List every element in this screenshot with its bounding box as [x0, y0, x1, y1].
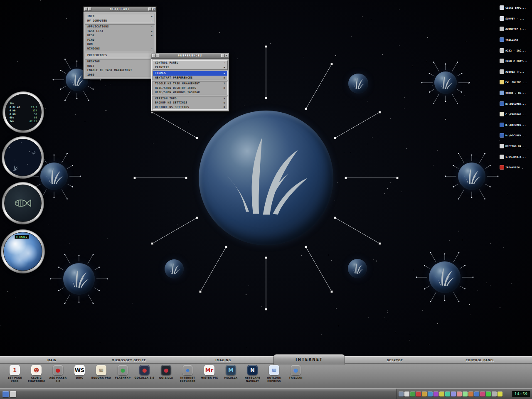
menu-item[interactable]: RESTORE NS SETTINGS R [153, 105, 227, 110]
dock-icon[interactable]: 1 1ST PAGE 2000 [4, 365, 25, 382]
dock-icon[interactable]: M MOZILLA [220, 365, 241, 382]
desktop-icon[interactable]: C:\PROGRAM... [500, 109, 532, 120]
tray-icon[interactable] [433, 392, 438, 397]
tray-icon[interactable] [2, 391, 9, 397]
dock-tab-control-panel[interactable]: CONTROL PANEL [466, 359, 494, 362]
desktop-icon[interactable]: #232 - IRC... [500, 45, 532, 56]
tray-icon[interactable] [445, 392, 450, 397]
menu-item[interactable]: NEXTSTART PREFERENCES N [153, 76, 227, 80]
menu-item[interactable]: THEMES → [153, 71, 227, 76]
desktop-icon[interactable]: INBOX - OU... [500, 88, 532, 99]
desktop-icon[interactable]: #WINSTEP (... [500, 24, 532, 34]
dock-icon[interactable]: ● GO!ZILLA 3.9 [134, 365, 155, 382]
menu-item[interactable]: RUN [85, 42, 155, 47]
menu-item[interactable]: FIND [85, 38, 155, 42]
tray-icon[interactable] [457, 392, 462, 397]
dock-icon-label: FLASHFXP [113, 376, 133, 379]
menu-item[interactable]: PRINTERS → [153, 65, 227, 70]
menu-item[interactable]: 1969 [85, 73, 155, 77]
close-button[interactable]: × [225, 54, 228, 57]
dock-icon[interactable]: N NETSCAPE NAVIGAT [242, 365, 263, 382]
tray-icon[interactable] [404, 392, 409, 397]
menu-item[interactable]: WINDOWS → [85, 47, 155, 51]
dock-tab-internet[interactable]: INTERNET [273, 354, 345, 365]
menu-item-label: HIDE/SHOW WINDOWS TASKBAR [155, 90, 200, 95]
dock-icon[interactable]: ✉ EUDORA PRO [91, 365, 112, 382]
desktop-icon[interactable]: D:\DOCUMEN... [500, 120, 532, 131]
menu-help-button[interactable] [88, 7, 91, 11]
dock-icon[interactable]: WS DIRC [69, 365, 90, 382]
grass-orb [458, 163, 485, 190]
menu-item-preferences[interactable]: PREFERENCES → [85, 53, 155, 58]
preferences-menu-body: CONTROL PANEL → PRINTERS → THEMES → [151, 59, 229, 111]
desktop-icon[interactable]: TRILLIAN [500, 34, 532, 45]
tray-icon[interactable] [468, 392, 473, 397]
menu-item[interactable]: APPLICATIONS → [85, 25, 155, 29]
desktop-icon-glyph [500, 80, 504, 84]
menu-item[interactable]: BACKUP NS SETTINGS D [153, 101, 227, 105]
tray-icon[interactable] [10, 391, 16, 397]
menu-item[interactable]: HIDE/SHOW WINDOWS TASKBAR [153, 90, 227, 95]
dock-icon[interactable]: ☻ CLUB 2 CHATROOM [26, 365, 47, 382]
menu-item[interactable]: ENABLE NS TASK MANAGEMENT [85, 68, 155, 73]
tray-icon[interactable] [399, 392, 404, 397]
dock-icon[interactable]: Mr MISTER PIX [199, 365, 220, 382]
rollup-button[interactable] [221, 54, 224, 57]
dock-tab-desktop[interactable]: DESKTOP [387, 359, 403, 362]
desktop-icon[interactable]: IRFANVIEW [500, 162, 532, 173]
dock-icon[interactable]: ✉ OUTLOOK EXPRESS [264, 365, 285, 382]
tray-icon[interactable] [451, 392, 456, 397]
email-globe-widget[interactable]: 0 EMAIL [1, 229, 45, 273]
nextstart-titlebar[interactable]: NEXTSTART × [84, 7, 156, 12]
desktop-icon[interactable]: D:\DOCUMEN... [500, 98, 532, 109]
tray-icon[interactable] [422, 392, 427, 397]
close-button[interactable]: × [152, 7, 155, 11]
dock-icon[interactable]: ● FLASHFXP [112, 365, 133, 382]
dock-tab-microsoft-office[interactable]: MICROSOFT OFFICE [112, 359, 146, 362]
desktop-icon[interactable]: D:\DOCUMEN... [500, 130, 532, 141]
desktop-icon[interactable]: SURVEY - ... [500, 13, 532, 24]
dock-tab-main[interactable]: MAIN [47, 359, 57, 362]
menu-item[interactable]: DESK → [85, 33, 155, 38]
recycle-bin-widget[interactable] [2, 182, 44, 224]
desktop-icon[interactable]: MEETING MA... [500, 141, 532, 152]
dock-icon[interactable]: e INTERNET EXPLORER [177, 365, 198, 382]
menu-item[interactable]: CONTROL PANEL → [153, 61, 227, 65]
menu-item[interactable]: INFO → [85, 14, 155, 19]
rollup-button[interactable] [148, 7, 152, 11]
tray-icon[interactable] [428, 392, 433, 397]
desktop-icon-label: CISCO EMPL... [505, 6, 526, 9]
desktop-icon[interactable]: CLUB 2 CHAT... [500, 56, 532, 66]
desktop-icon[interactable]: #300ZX (+... [500, 66, 532, 77]
menu-item[interactable]: TOGGLE NS TASK MANAGEMENT T [153, 81, 227, 86]
menu-help-button[interactable] [156, 54, 159, 57]
menu-system-button[interactable] [152, 54, 155, 57]
menu-item[interactable]: VERSION INFO V [153, 96, 227, 101]
menu-item[interactable]: MY COMPUTER → [85, 19, 155, 23]
tray-icon[interactable] [498, 392, 502, 397]
tray-icon[interactable] [410, 392, 415, 397]
menu-item[interactable]: DESKTOP [85, 59, 155, 64]
dock-icon[interactable]: ● GO!ZILLA [155, 365, 177, 382]
menu-item[interactable]: TASK LIST → [85, 29, 155, 34]
menu-item[interactable]: QUIT [85, 64, 155, 69]
desktop-icon[interactable]: CISCO EMPL... [500, 2, 532, 13]
desktop-icon[interactable]: 1-55-OM3-R... [500, 151, 532, 162]
dock-tab-imaging[interactable]: IMAGING [215, 359, 231, 362]
dock-icon[interactable]: ● ASS MAKER 3.0 [47, 365, 69, 382]
preferences-titlebar[interactable]: PREFERENCES × [151, 53, 229, 59]
tray-icon[interactable] [480, 392, 485, 397]
tray-icon[interactable] [474, 392, 479, 397]
grass-orb [63, 263, 95, 295]
desktop-icon[interactable]: FW: ONLINE ... [500, 77, 532, 88]
tray-icon[interactable] [492, 392, 497, 397]
menu-shortcut-key: H [224, 86, 225, 91]
tray-icon[interactable] [439, 392, 444, 397]
menu-system-button[interactable] [84, 7, 88, 11]
grass-logo [167, 262, 181, 276]
menu-item[interactable]: HIDE/SHOW DESKTOP ICONS H [153, 86, 227, 91]
tray-icon[interactable] [463, 392, 468, 397]
tray-icon[interactable] [416, 392, 421, 397]
tray-icon[interactable] [486, 392, 491, 397]
dock-icon[interactable]: ● TRILLIAN [285, 365, 306, 382]
